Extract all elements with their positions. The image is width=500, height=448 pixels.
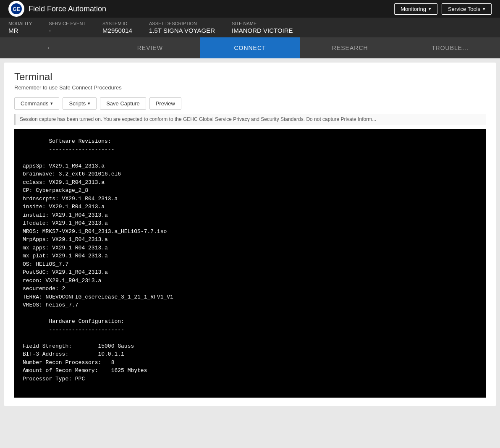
save-capture-button[interactable]: Save Capture bbox=[100, 97, 146, 110]
system-id-value: M2950014 bbox=[102, 27, 132, 34]
header-buttons: Monitoring Service Tools bbox=[394, 3, 492, 15]
modality-label: Modality bbox=[8, 21, 32, 26]
toolbar: Commands Scripts Save Capture Preview bbox=[14, 97, 486, 110]
service-event-value: - bbox=[49, 27, 86, 34]
info-bar: Modality MR Service Event - System ID M2… bbox=[0, 18, 500, 37]
tab-research[interactable]: RESEARCH bbox=[300, 37, 400, 58]
tab-connect[interactable]: CONNECT bbox=[200, 37, 300, 58]
service-event-cell: Service Event - bbox=[49, 21, 102, 34]
site-name-value: IMANORD VICTOIRE bbox=[232, 27, 293, 34]
system-id-cell: System ID M2950014 bbox=[102, 21, 149, 34]
logo-area: GE Field Force Automation bbox=[8, 1, 394, 17]
terminal-title: Terminal bbox=[14, 71, 486, 83]
asset-desc-label: Asset Description bbox=[149, 21, 215, 26]
app-title: Field Force Automation bbox=[29, 5, 106, 13]
ge-logo-icon: GE bbox=[8, 1, 24, 17]
asset-desc-cell: Asset Description 1.5T SIGNA VOYAGER bbox=[149, 21, 232, 34]
site-name-label: Site Name bbox=[232, 21, 293, 26]
service-tools-button[interactable]: Service Tools bbox=[442, 3, 492, 15]
preview-button[interactable]: Preview bbox=[149, 97, 181, 110]
scripts-button[interactable]: Scripts bbox=[63, 97, 97, 110]
monitoring-button[interactable]: Monitoring bbox=[394, 3, 437, 15]
page-content: Terminal Remember to use Safe Connect Pr… bbox=[4, 63, 496, 406]
tab-troubleshoot[interactable]: TROUBLE... bbox=[400, 37, 500, 58]
tab-review[interactable]: REVIEW bbox=[100, 37, 200, 58]
svg-text:GE: GE bbox=[13, 6, 20, 12]
modality-value: MR bbox=[8, 27, 32, 34]
site-name-cell: Site Name IMANORD VICTOIRE bbox=[232, 21, 310, 34]
asset-desc-value: 1.5T SIGNA VOYAGER bbox=[149, 27, 215, 34]
commands-button[interactable]: Commands bbox=[14, 97, 59, 110]
system-id-label: System ID bbox=[102, 21, 132, 26]
nav-tabs: ← REVIEW CONNECT RESEARCH TROUBLE... bbox=[0, 37, 500, 58]
service-event-label: Service Event bbox=[49, 21, 86, 26]
app-header: GE Field Force Automation Monitoring Ser… bbox=[0, 0, 500, 18]
back-nav-button[interactable]: ← bbox=[0, 37, 100, 58]
modality-cell: Modality MR bbox=[8, 21, 49, 34]
terminal-subtitle: Remember to use Safe Connect Procedures bbox=[14, 84, 486, 91]
session-notice: Session capture has been turned on. You … bbox=[14, 114, 486, 125]
terminal-output[interactable]: Software Revisions: --------------------… bbox=[14, 129, 486, 398]
